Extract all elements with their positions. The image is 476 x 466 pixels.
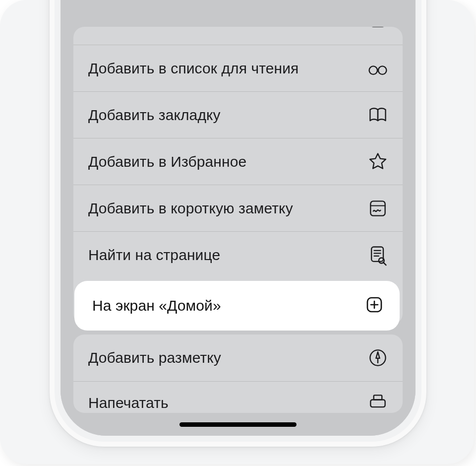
action-label: Добавить в Избранное [88,152,366,171]
svg-rect-12 [370,400,385,407]
action-row-partial-top[interactable] [73,27,403,45]
action-label: Добавить в список для чтения [88,59,366,78]
action-row-add-to-home[interactable]: На экран «Домой» [74,281,400,331]
background-card: Добавить в список для чтения [0,0,474,464]
share-sheet-screen: Добавить в список для чтения [60,0,416,436]
action-label: Добавить в короткую заметку [88,199,366,218]
svg-point-1 [369,66,378,74]
action-row-print[interactable]: Напечатать [73,381,403,413]
phone-screen-clip: Добавить в список для чтения [60,0,416,436]
action-row-find-on-page[interactable]: Найти на странице [73,231,403,278]
action-row-add-bookmark[interactable]: Добавить закладку [73,91,403,138]
stage: Добавить в список для чтения [0,0,476,466]
svg-line-9 [383,262,386,265]
quick-note-icon [366,197,390,220]
printer-icon [366,391,390,413]
action-label: Добавить закладку [88,106,366,125]
star-icon [366,150,390,174]
markup-icon [366,346,390,370]
action-group-1: Добавить в список для чтения [73,27,403,325]
action-group-2: Добавить разметку [73,334,403,413]
find-on-page-icon [366,243,390,267]
glasses-icon [366,57,390,80]
svg-point-2 [378,66,387,74]
share-sheet: Добавить в список для чтения [73,0,403,423]
text-bookmark-icon [366,27,390,31]
book-icon [366,103,390,127]
home-indicator [179,422,297,427]
plus-square-icon [364,294,385,317]
action-label: На экран «Домой» [92,297,221,314]
action-row-markup[interactable]: Добавить разметку [73,334,403,381]
svg-rect-3 [370,201,385,215]
svg-rect-13 [374,395,382,399]
action-label: Найти на странице [88,246,366,265]
action-label: Добавить разметку [88,348,366,367]
phone-frame: Добавить в список для чтения [50,0,426,447]
action-row-quick-note[interactable]: Добавить в короткую заметку [73,185,403,231]
svg-rect-4 [371,247,383,261]
action-row-reading-list[interactable]: Добавить в список для чтения [73,45,403,91]
action-row-add-favorites[interactable]: Добавить в Избранное [73,138,403,185]
action-label: Напечатать [88,394,366,412]
